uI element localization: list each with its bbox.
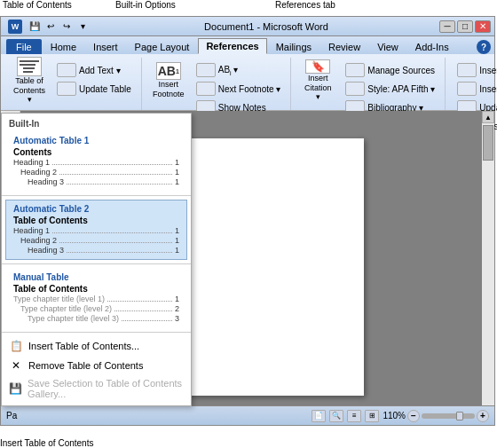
zoom-slider[interactable] [422, 413, 475, 419]
insert-endnote-button[interactable]: ABi ▾ [192, 61, 286, 79]
manual-table-option[interactable]: Manual Table Table of Contents Type chap… [5, 268, 187, 328]
captions-ribbon-group: Insert Caption Insert Table of Figures U… [447, 58, 497, 110]
auto-table1-row-h3: Heading 31 [13, 177, 179, 186]
ribbon-tabs: File Home Insert Page Layout References … [1, 36, 494, 54]
scroll-thumb[interactable] [483, 125, 493, 161]
update-table-button[interactable]: Update Table [52, 80, 136, 98]
tab-insert[interactable]: Insert [85, 39, 126, 54]
manage-sources-button[interactable]: Manage Sources [341, 61, 439, 79]
tab-page-layout[interactable]: Page Layout [127, 39, 198, 54]
undo-quick-btn[interactable]: ↩ [43, 20, 58, 34]
citations-small-buttons: Manage Sources Style: APA Fifth ▾ Biblio… [341, 59, 439, 116]
manual-table-row-toc: Table of Contents [13, 284, 179, 294]
toc-button-icon [17, 57, 42, 76]
vertical-scrollbar[interactable]: ▲ ▼ [482, 111, 494, 423]
auto-table2-row-toc: Table of Contents [13, 216, 179, 225]
manual-table-row-l2: Type chapter title (level 2)2 [13, 304, 179, 313]
annotation-toc: Table of Contents [3, 0, 72, 10]
tab-add-ins[interactable]: Add-Ins [407, 39, 457, 54]
annotation-builtin: Built-in Options [115, 0, 176, 10]
status-icon-2[interactable]: 🔍 [329, 410, 343, 422]
maximize-button[interactable]: □ [457, 20, 473, 33]
titlebar: W 💾 ↩ ↪ ▾ Document1 - Microsoft Word ─ □… [1, 17, 494, 36]
save-selection-icon: 💾 [9, 381, 22, 396]
manual-table-preview: Table of Contents Type chapter title (le… [13, 284, 179, 323]
page-status: Pa [6, 411, 17, 420]
minimize-button[interactable]: ─ [439, 20, 455, 33]
quick-access-toolbar: W 💾 ↩ ↪ ▾ [4, 20, 93, 34]
caption-icon [457, 63, 477, 77]
insert-toc-icon: 📋 [9, 339, 23, 353]
manual-table-title: Manual Table [13, 272, 179, 282]
tab-file[interactable]: File [6, 39, 42, 54]
add-text-icon [57, 63, 76, 77]
help-button[interactable]: ? [477, 40, 491, 54]
manual-table-row-l3: Type chapter title (level 3)3 [13, 314, 179, 323]
status-icon-3[interactable]: ≡ [347, 410, 361, 422]
window-controls: ─ □ ✕ [439, 20, 491, 33]
ribbon: Table ofContents ▾ Add Text ▾ Update Tab… [1, 54, 494, 111]
remove-toc-label: Remove Table of Contents [28, 360, 143, 371]
auto-table2-row-h3: Heading 31 [13, 246, 179, 255]
main-window: W 💾 ↩ ↪ ▾ Document1 - Microsoft Word ─ □… [0, 16, 495, 426]
add-text-button[interactable]: Add Text ▾ [52, 61, 136, 79]
toc-dropdown-menu: Built-In Automatic Table 1 Contents Head… [1, 113, 192, 406]
insert-footnote-button[interactable]: AB1 InsertFootnote [149, 59, 188, 102]
close-button[interactable]: ✕ [475, 20, 491, 33]
table-of-contents-button[interactable]: Table ofContents ▾ [10, 59, 49, 102]
auto-table2-row-h1: Heading 11 [13, 226, 179, 235]
toc-small-buttons: Add Text ▾ Update Table [52, 59, 136, 98]
status-icon-4[interactable]: ⊞ [365, 410, 379, 422]
update-table-icon [57, 82, 76, 96]
tab-references[interactable]: References [198, 38, 266, 54]
manage-sources-icon [345, 63, 365, 77]
next-fn-icon [196, 82, 216, 96]
footnotes-group-content: AB1 InsertFootnote ABi ▾ Next Footnote ▾… [149, 58, 286, 116]
statusbar-right: 📄 🔍 ≡ ⊞ 110% − + [312, 410, 489, 422]
automatic-table-2-option[interactable]: Automatic Table 2 Table of Contents Head… [5, 200, 187, 260]
insert-table-figures-button[interactable]: Insert Table of Figures [453, 80, 497, 98]
auto-table1-row-h2: Heading 21 [13, 168, 179, 177]
auto-table2-title: Automatic Table 2 [13, 204, 179, 214]
table-figures-icon [457, 82, 477, 96]
footnote-icon: AB1 [156, 62, 181, 80]
toc-ribbon-group: Table ofContents ▾ Add Text ▾ Update Tab… [4, 58, 142, 110]
separator-3 [2, 332, 191, 333]
tab-view[interactable]: View [369, 39, 406, 54]
statusbar: Pa 📄 🔍 ≡ ⊞ 110% − + [1, 405, 494, 425]
status-icon-1[interactable]: 📄 [312, 410, 326, 422]
zoom-level-text: 110% [383, 411, 406, 420]
style-icon [345, 82, 365, 96]
tab-review[interactable]: Review [320, 39, 368, 54]
quick-access-dropdown[interactable]: ▾ [75, 20, 90, 34]
save-quick-btn[interactable]: 💾 [28, 20, 42, 34]
citations-ribbon-group: 🔖 InsertCitation ▾ Manage Sources Style:… [293, 58, 446, 110]
annotation-references: References tab [275, 0, 335, 10]
footnotes-ribbon-group: AB1 InsertFootnote ABi ▾ Next Footnote ▾… [144, 58, 292, 110]
zoom-slider-thumb[interactable] [456, 412, 463, 420]
toc-button-label: Table ofContents ▾ [12, 76, 46, 105]
bottom-annotation: Insert Table of Contents [0, 438, 93, 448]
zoom-plus-button[interactable]: + [477, 410, 489, 422]
auto-table1-preview: Contents Heading 11 Heading 21 Heading 3… [13, 147, 179, 186]
remove-toc-icon: ✕ [9, 358, 23, 373]
insert-caption-button[interactable]: Insert Caption [453, 61, 497, 79]
scroll-up-arrow[interactable]: ▲ [482, 111, 494, 123]
zoom-minus-button[interactable]: − [407, 410, 420, 422]
citations-group-content: 🔖 InsertCitation ▾ Manage Sources Style:… [298, 58, 439, 116]
automatic-table-1-option[interactable]: Automatic Table 1 Contents Heading 11 He… [5, 131, 187, 192]
tab-home[interactable]: Home [43, 39, 84, 54]
insert-toc-action[interactable]: 📋 Insert Table of Contents... [2, 336, 191, 356]
remove-toc-action[interactable]: ✕ Remove Table of Contents [2, 356, 191, 375]
endnote-icon [196, 63, 216, 77]
footnote-label: InsertFootnote [153, 80, 185, 99]
auto-table2-preview: Table of Contents Heading 11 Heading 21 … [13, 216, 179, 255]
next-footnote-button[interactable]: Next Footnote ▾ [192, 80, 286, 98]
scroll-track [482, 123, 494, 411]
tab-mailings[interactable]: Mailings [268, 39, 320, 54]
insert-citation-button[interactable]: 🔖 InsertCitation ▾ [298, 59, 337, 102]
footnotes-small-buttons: ABi ▾ Next Footnote ▾ Show Notes [192, 59, 286, 116]
redo-quick-btn[interactable]: ↪ [59, 20, 74, 34]
style-button[interactable]: Style: APA Fifth ▾ [341, 80, 439, 98]
window-title: Document1 - Microsoft Word [93, 21, 439, 32]
